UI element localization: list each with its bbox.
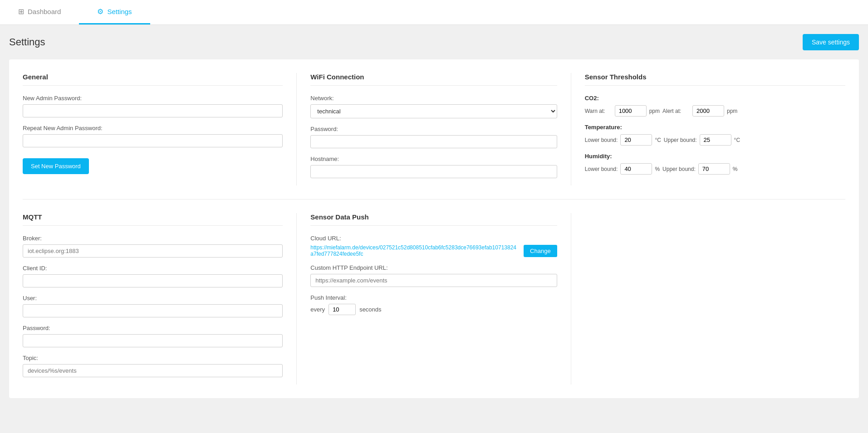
top-navigation: ⊞ Dashboard ⚙ Settings [0,0,868,25]
humidity-lower-input[interactable] [620,163,652,175]
co2-row: Warn at: ppm Alert at: ppm [585,105,845,117]
co2-warn-label: Warn at: [585,108,612,114]
mqtt-password-input[interactable] [23,334,283,347]
humidity-group: Humidity: Lower bound: % Upper bound: % [585,153,845,175]
hostname-input[interactable] [310,165,557,178]
temp-upper-input[interactable] [700,134,731,146]
co2-alert-label: Alert at: [662,108,690,114]
co2-alert-unit: ppm [727,108,737,114]
mqtt-password-group: Password: [23,325,283,347]
nav-dashboard-label: Dashboard [28,8,61,15]
broker-group: Broker: [23,235,283,258]
humidity-upper-unit: % [733,166,738,172]
network-group: Network: technical [310,95,557,118]
new-admin-password-label: New Admin Password: [23,95,283,102]
humidity-lower-unit: % [655,166,660,172]
nav-settings[interactable]: ⚙ Settings [79,0,150,24]
cloud-url-label: Cloud URL: [310,235,557,242]
temperature-title: Temperature: [585,124,845,131]
co2-warn-input[interactable] [615,105,647,117]
push-interval-label: Push Interval: [310,294,557,301]
temp-lower-input[interactable] [620,134,652,146]
settings-container: General New Admin Password: Repeat New A… [9,59,859,398]
empty-col [571,213,845,384]
mqtt-section-title: MQTT [23,213,283,226]
humidity-lower-label: Lower bound: [585,166,618,172]
save-settings-button[interactable]: Save settings [803,34,859,50]
wifi-section: WiFi Connection Network: technical Passw… [297,73,571,185]
co2-title: CO2: [585,95,845,102]
mqtt-password-label: Password: [23,325,283,331]
main-content: Settings Save settings General New Admin… [0,25,868,407]
topic-input[interactable] [23,364,283,377]
hostname-label: Hostname: [310,156,557,162]
client-id-label: Client ID: [23,265,283,272]
new-admin-password-group: New Admin Password: [23,95,283,117]
temp-lower-unit: °C [655,137,661,143]
push-interval-input[interactable] [329,304,356,315]
temp-upper-unit: °C [734,137,740,143]
wifi-password-input[interactable] [310,135,557,148]
custom-endpoint-input[interactable] [310,274,557,287]
humidity-title: Humidity: [585,153,845,160]
humidity-upper-label: Upper bound: [662,166,696,172]
topic-label: Topic: [23,355,283,361]
page-title: Settings [9,36,45,48]
mqtt-user-label: User: [23,295,283,302]
temp-lower-label: Lower bound: [585,137,618,143]
push-interval-every: every [310,306,325,313]
sensor-thresholds-section: Sensor Thresholds CO2: Warn at: ppm Aler… [571,73,845,185]
nav-dashboard[interactable]: ⊞ Dashboard [0,0,79,24]
broker-label: Broker: [23,235,283,242]
push-interval-row: every seconds [310,304,557,315]
set-new-password-button[interactable]: Set New Password [23,158,89,174]
new-admin-password-input[interactable] [23,104,283,117]
co2-group: CO2: Warn at: ppm Alert at: ppm [585,95,845,117]
custom-endpoint-group: Custom HTTP Endpoint URL: [310,264,557,287]
humidity-upper-input[interactable] [698,163,730,175]
client-id-input[interactable] [23,274,283,287]
hostname-group: Hostname: [310,156,557,178]
settings-icon: ⚙ [97,7,103,16]
cloud-url-row: https://miefalarm.de/devices/027521c52d8… [310,244,557,257]
mqtt-section: MQTT Broker: Client ID: User: Password: [23,213,297,384]
temperature-row: Lower bound: °C Upper bound: °C [585,134,845,146]
network-select[interactable]: technical [310,104,557,118]
repeat-password-input[interactable] [23,134,283,147]
wifi-section-title: WiFi Connection [310,73,557,86]
general-section: General New Admin Password: Repeat New A… [23,73,297,185]
repeat-password-group: Repeat New Admin Password: [23,125,283,147]
general-section-title: General [23,73,283,86]
network-label: Network: [310,95,557,102]
topic-group: Topic: [23,355,283,377]
client-id-group: Client ID: [23,265,283,287]
push-interval-group: Push Interval: every seconds [310,294,557,315]
dashboard-icon: ⊞ [18,7,24,16]
temperature-group: Temperature: Lower bound: °C Upper bound… [585,124,845,146]
push-interval-unit: seconds [359,306,381,313]
repeat-password-label: Repeat New Admin Password: [23,125,283,131]
co2-warn-unit: ppm [649,108,660,114]
humidity-row: Lower bound: % Upper bound: % [585,163,845,175]
sensor-thresholds-title: Sensor Thresholds [585,73,845,86]
mqtt-user-group: User: [23,295,283,317]
custom-endpoint-label: Custom HTTP Endpoint URL: [310,264,557,271]
sections-row-2: MQTT Broker: Client ID: User: Password: [23,213,845,384]
sensor-data-push-section: Sensor Data Push Cloud URL: https://mief… [297,213,571,384]
cloud-url-group: Cloud URL: https://miefalarm.de/devices/… [310,235,557,257]
broker-input[interactable] [23,244,283,258]
change-cloud-url-button[interactable]: Change [524,245,557,257]
sections-row-1: General New Admin Password: Repeat New A… [23,73,845,199]
temp-upper-label: Upper bound: [664,137,697,143]
wifi-password-group: Password: [310,126,557,148]
wifi-password-label: Password: [310,126,557,132]
nav-settings-label: Settings [107,8,132,15]
cloud-url-link[interactable]: https://miefalarm.de/devices/027521c52d8… [310,244,519,257]
co2-alert-input[interactable] [692,105,724,117]
sensor-data-push-title: Sensor Data Push [310,213,557,226]
page-header: Settings Save settings [9,34,859,50]
mqtt-user-input[interactable] [23,304,283,317]
